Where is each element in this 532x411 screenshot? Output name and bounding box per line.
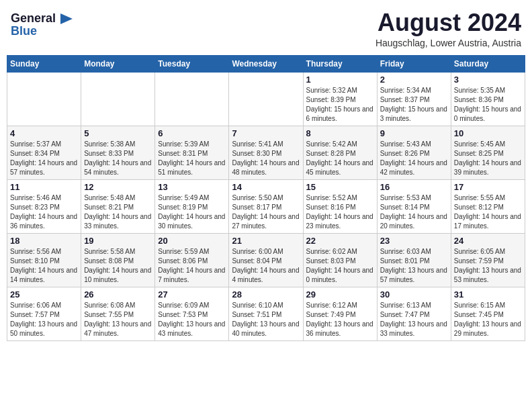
day-number: 7	[232, 128, 300, 138]
calendar-cell: 26Sunrise: 6:08 AM Sunset: 7:55 PM Dayli…	[81, 287, 155, 340]
day-detail: Sunrise: 5:52 AM Sunset: 8:16 PM Dayligh…	[306, 193, 374, 231]
day-number: 3	[454, 75, 522, 85]
day-number: 11	[10, 182, 78, 192]
day-number: 1	[306, 75, 374, 85]
logo-flag-icon	[59, 12, 74, 34]
calendar-cell: 25Sunrise: 6:06 AM Sunset: 7:57 PM Dayli…	[7, 287, 81, 340]
weekday-header-friday: Friday	[377, 55, 451, 72]
weekday-header-wednesday: Wednesday	[229, 55, 303, 72]
day-number: 6	[158, 128, 226, 138]
day-detail: Sunrise: 6:03 AM Sunset: 8:01 PM Dayligh…	[380, 247, 448, 285]
weekday-header-saturday: Saturday	[451, 55, 525, 72]
calendar-cell: 30Sunrise: 6:13 AM Sunset: 7:47 PM Dayli…	[377, 287, 451, 340]
calendar-cell: 24Sunrise: 6:05 AM Sunset: 7:59 PM Dayli…	[451, 233, 525, 287]
day-number: 17	[454, 182, 522, 192]
day-detail: Sunrise: 5:50 AM Sunset: 8:17 PM Dayligh…	[232, 193, 300, 231]
day-detail: Sunrise: 5:59 AM Sunset: 8:06 PM Dayligh…	[158, 247, 226, 285]
day-detail: Sunrise: 6:02 AM Sunset: 8:03 PM Dayligh…	[306, 247, 374, 285]
calendar-cell: 13Sunrise: 5:49 AM Sunset: 8:19 PM Dayli…	[155, 179, 229, 233]
calendar-cell: 20Sunrise: 5:59 AM Sunset: 8:06 PM Dayli…	[155, 233, 229, 287]
day-detail: Sunrise: 5:58 AM Sunset: 8:08 PM Dayligh…	[84, 247, 152, 285]
day-number: 14	[232, 182, 300, 192]
calendar-cell: 29Sunrise: 6:12 AM Sunset: 7:49 PM Dayli…	[303, 287, 377, 340]
calendar-cell: 6Sunrise: 5:39 AM Sunset: 8:31 PM Daylig…	[155, 126, 229, 179]
day-number: 31	[454, 289, 522, 300]
day-detail: Sunrise: 5:46 AM Sunset: 8:23 PM Dayligh…	[10, 193, 78, 231]
month-title: August 2024	[375, 9, 521, 36]
calendar-cell: 28Sunrise: 6:10 AM Sunset: 7:51 PM Dayli…	[229, 287, 303, 340]
calendar-cell: 9Sunrise: 5:43 AM Sunset: 8:26 PM Daylig…	[377, 126, 451, 179]
calendar-cell: 17Sunrise: 5:55 AM Sunset: 8:12 PM Dayli…	[451, 179, 525, 233]
day-number: 22	[306, 236, 374, 246]
day-number: 20	[158, 236, 226, 246]
day-number: 13	[158, 182, 226, 192]
calendar-week-row: 1Sunrise: 5:32 AM Sunset: 8:39 PM Daylig…	[7, 72, 525, 126]
day-number: 28	[232, 289, 300, 300]
day-number: 23	[380, 236, 448, 246]
day-detail: Sunrise: 5:43 AM Sunset: 8:26 PM Dayligh…	[380, 140, 448, 177]
day-detail: Sunrise: 5:35 AM Sunset: 8:36 PM Dayligh…	[454, 86, 522, 124]
day-number: 21	[232, 236, 300, 246]
weekday-header-tuesday: Tuesday	[155, 55, 229, 72]
calendar-cell: 14Sunrise: 5:50 AM Sunset: 8:17 PM Dayli…	[229, 179, 303, 233]
day-number: 26	[84, 289, 152, 300]
day-number: 4	[10, 128, 78, 138]
day-number: 8	[306, 128, 374, 138]
calendar-cell: 12Sunrise: 5:48 AM Sunset: 8:21 PM Dayli…	[81, 179, 155, 233]
day-number: 12	[84, 182, 152, 192]
page-header: General Blue August 2024 Haugschlag, Low…	[7, 7, 525, 51]
day-detail: Sunrise: 5:41 AM Sunset: 8:30 PM Dayligh…	[232, 140, 300, 177]
day-detail: Sunrise: 5:49 AM Sunset: 8:19 PM Dayligh…	[158, 193, 226, 231]
day-number: 19	[84, 236, 152, 246]
day-number: 10	[454, 128, 522, 138]
day-number: 29	[306, 289, 374, 300]
day-detail: Sunrise: 6:09 AM Sunset: 7:53 PM Dayligh…	[158, 301, 226, 338]
calendar-cell: 1Sunrise: 5:32 AM Sunset: 8:39 PM Daylig…	[303, 72, 377, 126]
weekday-header-monday: Monday	[81, 55, 155, 72]
calendar-cell: 3Sunrise: 5:35 AM Sunset: 8:36 PM Daylig…	[451, 72, 525, 126]
day-detail: Sunrise: 5:37 AM Sunset: 8:34 PM Dayligh…	[10, 140, 78, 177]
day-detail: Sunrise: 6:12 AM Sunset: 7:49 PM Dayligh…	[306, 301, 374, 338]
logo-text: General Blue	[11, 12, 56, 38]
calendar-cell: 22Sunrise: 6:02 AM Sunset: 8:03 PM Dayli…	[303, 233, 377, 287]
calendar-cell: 10Sunrise: 5:45 AM Sunset: 8:25 PM Dayli…	[451, 126, 525, 179]
day-detail: Sunrise: 6:13 AM Sunset: 7:47 PM Dayligh…	[380, 301, 448, 338]
calendar-cell: 8Sunrise: 5:42 AM Sunset: 8:28 PM Daylig…	[303, 126, 377, 179]
day-number: 9	[380, 128, 448, 138]
day-detail: Sunrise: 5:42 AM Sunset: 8:28 PM Dayligh…	[306, 140, 374, 177]
day-detail: Sunrise: 5:34 AM Sunset: 8:37 PM Dayligh…	[380, 86, 448, 124]
day-detail: Sunrise: 5:53 AM Sunset: 8:14 PM Dayligh…	[380, 193, 448, 231]
calendar-week-row: 11Sunrise: 5:46 AM Sunset: 8:23 PM Dayli…	[7, 179, 525, 233]
day-number: 27	[158, 289, 226, 300]
calendar-cell: 15Sunrise: 5:52 AM Sunset: 8:16 PM Dayli…	[303, 179, 377, 233]
calendar-cell: 18Sunrise: 5:56 AM Sunset: 8:10 PM Dayli…	[7, 233, 81, 287]
calendar-week-row: 4Sunrise: 5:37 AM Sunset: 8:34 PM Daylig…	[7, 126, 525, 179]
day-detail: Sunrise: 6:10 AM Sunset: 7:51 PM Dayligh…	[232, 301, 300, 338]
calendar-cell: 4Sunrise: 5:37 AM Sunset: 8:34 PM Daylig…	[7, 126, 81, 179]
calendar-cell: 5Sunrise: 5:38 AM Sunset: 8:33 PM Daylig…	[81, 126, 155, 179]
day-detail: Sunrise: 5:45 AM Sunset: 8:25 PM Dayligh…	[454, 140, 522, 177]
calendar-cell: 16Sunrise: 5:53 AM Sunset: 8:14 PM Dayli…	[377, 179, 451, 233]
calendar-cell: 19Sunrise: 5:58 AM Sunset: 8:08 PM Dayli…	[81, 233, 155, 287]
weekday-header-sunday: Sunday	[7, 55, 81, 72]
calendar-cell	[155, 72, 229, 126]
day-detail: Sunrise: 6:05 AM Sunset: 7:59 PM Dayligh…	[454, 247, 522, 285]
weekday-header-thursday: Thursday	[303, 55, 377, 72]
day-number: 24	[454, 236, 522, 246]
calendar-cell: 2Sunrise: 5:34 AM Sunset: 8:37 PM Daylig…	[377, 72, 451, 126]
day-number: 15	[306, 182, 374, 192]
calendar-cell: 11Sunrise: 5:46 AM Sunset: 8:23 PM Dayli…	[7, 179, 81, 233]
calendar-cell	[7, 72, 81, 126]
day-detail: Sunrise: 6:08 AM Sunset: 7:55 PM Dayligh…	[84, 301, 152, 338]
day-detail: Sunrise: 6:06 AM Sunset: 7:57 PM Dayligh…	[10, 301, 78, 338]
calendar-cell	[81, 72, 155, 126]
calendar-table: SundayMondayTuesdayWednesdayThursdayFrid…	[7, 55, 525, 341]
day-detail: Sunrise: 6:15 AM Sunset: 7:45 PM Dayligh…	[454, 301, 522, 338]
calendar-cell: 31Sunrise: 6:15 AM Sunset: 7:45 PM Dayli…	[451, 287, 525, 340]
day-number: 2	[380, 75, 448, 85]
day-detail: Sunrise: 5:38 AM Sunset: 8:33 PM Dayligh…	[84, 140, 152, 177]
day-detail: Sunrise: 6:00 AM Sunset: 8:04 PM Dayligh…	[232, 247, 300, 285]
day-detail: Sunrise: 5:32 AM Sunset: 8:39 PM Dayligh…	[306, 86, 374, 124]
day-number: 25	[10, 289, 78, 300]
title-block: August 2024 Haugschlag, Lower Austria, A…	[375, 9, 521, 48]
